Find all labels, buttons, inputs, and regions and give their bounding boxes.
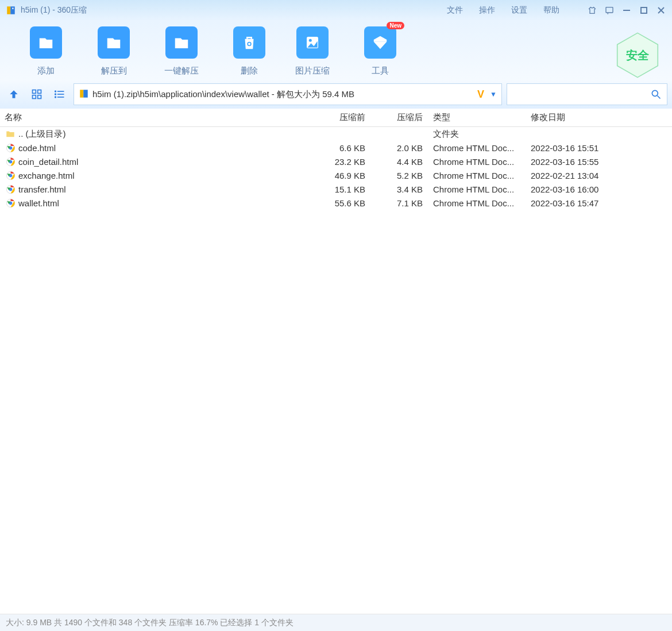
col-type[interactable]: 类型 bbox=[428, 112, 526, 123]
extract-to-icon bbox=[98, 26, 130, 59]
extract-to-label: 解压到 bbox=[101, 66, 127, 76]
add-icon bbox=[30, 26, 62, 59]
table-row[interactable]: wallet.html 55.6 KB 7.1 KB Chrome HTML D… bbox=[0, 196, 672, 210]
table-row[interactable]: transfer.html 15.1 KB 3.4 KB Chrome HTML… bbox=[0, 182, 672, 196]
cell-before: 46.9 KB bbox=[296, 171, 371, 180]
table-row[interactable]: code.html 6.6 KB 2.0 KB Chrome HTML Doc.… bbox=[0, 141, 672, 155]
svg-rect-15 bbox=[33, 95, 36, 99]
delete-button[interactable]: 删除 bbox=[221, 26, 278, 76]
add-button[interactable]: 添加 bbox=[17, 26, 75, 76]
file-name: code.html bbox=[18, 143, 56, 153]
menu-help[interactable]: 帮助 bbox=[543, 5, 559, 16]
menu-file[interactable]: 文件 bbox=[447, 5, 463, 16]
window-title: h5im (1) - 360压缩 bbox=[21, 5, 87, 16]
menubar: 文件 操作 设置 帮助 bbox=[447, 5, 666, 16]
cell-before: 23.2 KB bbox=[296, 157, 371, 167]
path-text: h5im (1).zip\h5im\application\index\view… bbox=[92, 89, 472, 100]
one-click-extract-label: 一键解压 bbox=[164, 66, 199, 76]
cell-date: 2022-02-21 13:04 bbox=[526, 171, 669, 180]
dropdown-arrow-icon[interactable]: ▼ bbox=[490, 90, 497, 98]
search-icon[interactable] bbox=[650, 88, 662, 101]
feedback-icon[interactable] bbox=[604, 5, 615, 16]
col-name[interactable]: 名称 bbox=[3, 112, 296, 123]
col-before[interactable]: 压缩前 bbox=[296, 112, 371, 123]
window-buttons bbox=[587, 5, 666, 16]
svg-point-20 bbox=[55, 91, 56, 92]
cell-before: 55.6 KB bbox=[296, 198, 371, 208]
one-click-extract-button[interactable]: 一键解压 bbox=[153, 26, 210, 76]
image-compress-icon bbox=[296, 26, 329, 59]
svg-rect-3 bbox=[606, 7, 613, 13]
delete-icon bbox=[233, 26, 265, 59]
file-name: wallet.html bbox=[18, 198, 59, 208]
titlebar: h5im (1) - 360压缩 文件 操作 设置 帮助 bbox=[0, 0, 672, 21]
table-row[interactable]: coin_detail.html 23.2 KB 4.4 KB Chrome H… bbox=[0, 155, 672, 168]
file-name: coin_detail.html bbox=[18, 157, 78, 167]
svg-rect-0 bbox=[7, 6, 10, 14]
cell-type: Chrome HTML Doc... bbox=[428, 171, 526, 180]
col-after[interactable]: 压缩后 bbox=[371, 112, 428, 123]
tools-icon: New bbox=[364, 26, 396, 59]
close-button[interactable] bbox=[656, 5, 666, 16]
brand-v-icon: V bbox=[477, 89, 484, 101]
safe-badge-label: 安全 bbox=[626, 48, 649, 63]
search-box[interactable] bbox=[507, 83, 667, 105]
file-name: transfer.html bbox=[18, 184, 66, 194]
svg-point-22 bbox=[55, 97, 56, 98]
safe-badge: 安全 bbox=[613, 31, 662, 79]
cell-type: 文件夹 bbox=[428, 129, 526, 140]
col-date[interactable]: 修改日期 bbox=[526, 112, 669, 123]
svg-rect-14 bbox=[38, 90, 41, 94]
table-row[interactable]: exchange.html 46.9 KB 5.2 KB Chrome HTML… bbox=[0, 168, 672, 182]
svg-rect-24 bbox=[83, 90, 88, 98]
extract-to-button[interactable]: 解压到 bbox=[85, 26, 142, 76]
path-box[interactable]: h5im (1).zip\h5im\application\index\view… bbox=[74, 83, 502, 105]
cell-after: 7.1 KB bbox=[371, 198, 428, 208]
status-text: 大小: 9.9 MB 共 1490 个文件和 348 个文件夹 压缩率 16.7… bbox=[6, 618, 293, 628]
folder-icon bbox=[5, 128, 16, 140]
skin-icon[interactable] bbox=[587, 5, 597, 16]
chrome-icon bbox=[5, 183, 16, 195]
path-icon bbox=[79, 89, 89, 101]
add-label: 添加 bbox=[37, 66, 55, 76]
delete-label: 删除 bbox=[241, 66, 258, 76]
minimize-button[interactable] bbox=[621, 5, 632, 16]
chrome-icon bbox=[5, 142, 16, 153]
toolbar: 添加 解压到 一键解压 删除 图片压缩 New 工具 安全 bbox=[0, 21, 672, 80]
table-row[interactable]: .. (上级目录) 文件夹 bbox=[0, 127, 672, 141]
column-headers[interactable]: 名称 压缩前 压缩后 类型 修改日期 bbox=[0, 109, 672, 127]
chrome-icon bbox=[5, 156, 16, 167]
file-list: .. (上级目录) 文件夹 code.html 6.6 KB 2.0 KB Ch… bbox=[0, 127, 672, 614]
svg-rect-1 bbox=[10, 6, 15, 14]
maximize-button[interactable] bbox=[639, 5, 649, 16]
menu-operate[interactable]: 操作 bbox=[479, 5, 495, 16]
cell-before: 15.1 KB bbox=[296, 184, 371, 194]
new-badge: New bbox=[387, 22, 404, 29]
app-icon bbox=[6, 5, 16, 16]
image-compress-button[interactable]: 图片压缩 bbox=[284, 26, 341, 76]
svg-point-25 bbox=[652, 90, 658, 96]
list-view-button[interactable] bbox=[51, 85, 69, 103]
svg-point-21 bbox=[55, 94, 56, 95]
icons-view-button[interactable] bbox=[28, 85, 46, 103]
cell-date: 2022-03-16 16:00 bbox=[526, 184, 669, 194]
svg-rect-13 bbox=[33, 90, 36, 94]
tools-label: 工具 bbox=[372, 66, 389, 76]
statusbar: 大小: 9.9 MB 共 1490 个文件和 348 个文件夹 压缩率 16.7… bbox=[0, 614, 672, 631]
up-button[interactable] bbox=[5, 85, 23, 103]
svg-rect-23 bbox=[80, 90, 83, 98]
chrome-icon bbox=[5, 197, 16, 209]
menu-settings[interactable]: 设置 bbox=[511, 5, 527, 16]
tools-button[interactable]: New 工具 bbox=[352, 26, 409, 76]
cell-before: 6.6 KB bbox=[296, 143, 371, 153]
one-click-extract-icon bbox=[165, 26, 198, 59]
cell-type: Chrome HTML Doc... bbox=[428, 143, 526, 153]
svg-rect-2 bbox=[12, 8, 13, 9]
svg-point-11 bbox=[309, 39, 312, 42]
cell-after: 5.2 KB bbox=[371, 171, 428, 180]
cell-type: Chrome HTML Doc... bbox=[428, 157, 526, 167]
svg-rect-5 bbox=[641, 7, 647, 13]
cell-after: 4.4 KB bbox=[371, 157, 428, 167]
image-compress-label: 图片压缩 bbox=[295, 66, 330, 76]
cell-type: Chrome HTML Doc... bbox=[428, 198, 526, 208]
